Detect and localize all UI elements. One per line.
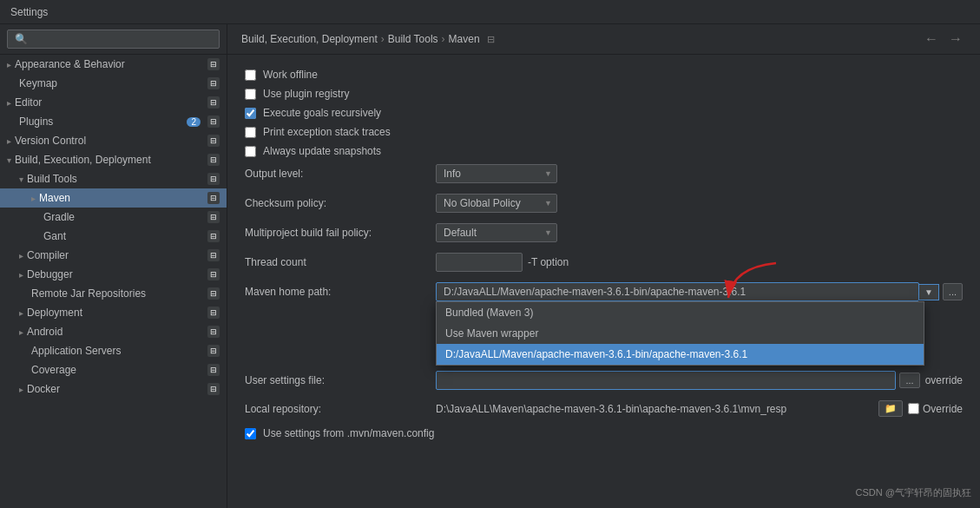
multiproject-select-wrapper[interactable]: Default Fail at End Never Fail: [436, 223, 557, 242]
sidebar-item-appearance-behavior[interactable]: ▸Appearance & Behavior⊟: [0, 55, 227, 74]
sidebar-item-docker[interactable]: ▸Docker⊟: [0, 379, 227, 399]
sidebar-icon-editor: ⊟: [207, 96, 220, 109]
title-bar: Settings: [0, 0, 980, 24]
user-settings-input[interactable]: [436, 371, 896, 390]
sidebar-arrow-build-tools: ▾: [19, 175, 23, 184]
sidebar-item-keymap[interactable]: Keymap⊟: [0, 74, 227, 93]
thread-count-input[interactable]: [436, 253, 523, 272]
sidebar-badges-android: ⊟: [204, 326, 220, 338]
breadcrumb-icon: ⊟: [487, 34, 495, 45]
sidebar-item-plugins[interactable]: Plugins2⊟: [0, 112, 227, 131]
checkbox-row-always-update: Always update snapshots: [245, 145, 963, 157]
sidebar-icon-build-exec-deploy: ⊟: [207, 154, 220, 166]
sidebar-item-gradle[interactable]: Gradle⊟: [0, 208, 227, 227]
sidebar-icon-remote-jar: ⊟: [207, 287, 220, 300]
output-level-select-wrapper[interactable]: Info Debug Warning Error: [436, 164, 557, 183]
sidebar-icon-android: ⊟: [207, 326, 220, 338]
search-box[interactable]: [0, 24, 227, 55]
sidebar-icon-app-servers: ⊟: [207, 345, 220, 357]
sidebar-item-version-control[interactable]: ▸Version Control⊟: [0, 131, 227, 150]
sidebar-items: ▸Appearance & Behavior⊟Keymap⊟▸Editor⊟Pl…: [0, 55, 227, 399]
checkbox-plugin-registry[interactable]: [245, 89, 256, 100]
sidebar-item-app-servers[interactable]: Application Servers⊟: [0, 341, 227, 360]
sidebar-label-keymap: Keymap: [19, 77, 204, 89]
sidebar-arrow-docker: ▸: [19, 385, 23, 394]
sidebar: ▸Appearance & Behavior⊟Keymap⊟▸Editor⊟Pl…: [0, 24, 227, 508]
dropdown-item-wrapper[interactable]: Use Maven wrapper: [437, 323, 924, 344]
sidebar-item-debugger[interactable]: ▸Debugger⊟: [0, 265, 227, 284]
checkbox-always-update[interactable]: [245, 146, 256, 157]
checkbox-label-plugin-registry: Use plugin registry: [263, 88, 349, 100]
dropdown-item-bundled[interactable]: Bundled (Maven 3): [437, 302, 924, 323]
override-local-checkbox[interactable]: [908, 403, 919, 414]
checkbox-row-execute-goals: Execute goals recursively: [245, 107, 963, 119]
override-checkbox: Override: [908, 403, 963, 415]
sidebar-label-deployment: Deployment: [27, 307, 204, 319]
forward-button[interactable]: →: [945, 31, 966, 47]
checkbox-row-print-stack: Print exception stack traces: [245, 126, 963, 138]
checkbox-label-always-update: Always update snapshots: [263, 145, 381, 157]
main-container: ▸Appearance & Behavior⊟Keymap⊟▸Editor⊟Pl…: [0, 24, 980, 508]
sidebar-arrow-compiler: ▸: [19, 251, 23, 261]
sidebar-item-compiler[interactable]: ▸Compiler⊟: [0, 246, 227, 265]
use-settings-checkbox[interactable]: [245, 428, 256, 439]
checksum-select[interactable]: No Global Policy Warn Fail: [436, 194, 557, 213]
checkbox-label-work-offline: Work offline: [263, 69, 318, 81]
sidebar-item-editor[interactable]: ▸Editor⊟: [0, 93, 227, 112]
sidebar-label-plugins: Plugins: [19, 115, 187, 128]
local-repo-browse-btn[interactable]: 📁: [878, 400, 903, 417]
sidebar-item-maven[interactable]: ▸Maven⊟: [0, 188, 227, 208]
sidebar-arrow-build-exec-deploy: ▾: [7, 155, 11, 165]
breadcrumb-part-2: Maven: [449, 33, 480, 45]
checksum-select-wrapper[interactable]: No Global Policy Warn Fail: [436, 194, 557, 213]
sidebar-item-gant[interactable]: Gant⊟: [0, 227, 227, 246]
checkbox-execute-goals[interactable]: [245, 108, 256, 119]
multiproject-select[interactable]: Default Fail at End Never Fail: [436, 223, 557, 242]
breadcrumb-bar: Build, Execution, Deployment › Build Too…: [227, 24, 980, 55]
multiproject-row: Multiproject build fail policy: Default …: [245, 223, 963, 242]
sidebar-label-coverage: Coverage: [31, 364, 204, 376]
sidebar-label-maven: Maven: [39, 192, 204, 204]
sidebar-item-android[interactable]: ▸Android⊟: [0, 322, 227, 341]
sidebar-item-coverage[interactable]: Coverage⊟: [0, 360, 227, 379]
sidebar-label-gant: Gant: [43, 230, 204, 242]
sidebar-badges-docker: ⊟: [204, 383, 220, 395]
local-repo-label: Local repository:: [245, 403, 436, 415]
use-settings-label: Use settings from .mvn/maven.config: [263, 427, 434, 439]
sidebar-label-debugger: Debugger: [27, 268, 204, 280]
sidebar-badges-gant: ⊟: [204, 230, 220, 242]
dropdown-item-custom[interactable]: D:/JavaALL/Maven/apache-maven-3.6.1-bin/…: [437, 344, 924, 365]
checkbox-label-print-stack: Print exception stack traces: [263, 126, 391, 138]
maven-home-browse-btn[interactable]: ...: [943, 283, 963, 300]
maven-home-row: Maven home path: ▼ ...: [245, 282, 963, 301]
user-settings-browse-btn[interactable]: ...: [899, 373, 919, 388]
multiproject-label: Multiproject build fail policy:: [245, 227, 436, 239]
maven-home-dropdown-btn[interactable]: ▼: [919, 284, 939, 300]
user-settings-row: User settings file: ... override: [245, 371, 963, 390]
output-level-row: Output level: Info Debug Warning Error: [245, 164, 963, 183]
search-input[interactable]: [7, 30, 220, 49]
sidebar-icon-build-tools: ⊟: [207, 173, 220, 185]
sidebar-item-remote-jar[interactable]: Remote Jar Repositories⊟: [0, 284, 227, 303]
window-title: Settings: [10, 6, 48, 18]
sidebar-badges-editor: ⊟: [204, 96, 220, 109]
sidebar-item-deployment[interactable]: ▸Deployment⊟: [0, 303, 227, 322]
content-area: Build, Execution, Deployment › Build Too…: [227, 24, 980, 508]
sidebar-item-build-tools[interactable]: ▾Build Tools⊟: [0, 169, 227, 188]
checkbox-row-work-offline: Work offline: [245, 69, 963, 81]
local-repo-row: Local repository: D:\JavaALL\Maven\apach…: [245, 400, 963, 417]
maven-home-input[interactable]: [436, 282, 919, 301]
back-button[interactable]: ←: [921, 31, 942, 47]
local-repo-path: D:\JavaALL\Maven\apache-maven-3.6.1-bin\…: [436, 403, 873, 415]
sidebar-label-docker: Docker: [27, 383, 204, 395]
checkbox-print-stack[interactable]: [245, 127, 256, 138]
sidebar-label-remote-jar: Remote Jar Repositories: [31, 287, 204, 300]
sidebar-badges-debugger: ⊟: [204, 268, 220, 280]
multiproject-control: Default Fail at End Never Fail: [436, 223, 557, 242]
thread-count-row: Thread count -T option: [245, 253, 963, 272]
sidebar-item-build-exec-deploy[interactable]: ▾Build, Execution, Deployment⊟: [0, 150, 227, 169]
checkbox-work-offline[interactable]: [245, 69, 256, 81]
sidebar-arrow-deployment: ▸: [19, 308, 23, 318]
checkbox-label-execute-goals: Execute goals recursively: [263, 107, 381, 119]
output-level-select[interactable]: Info Debug Warning Error: [436, 164, 557, 183]
